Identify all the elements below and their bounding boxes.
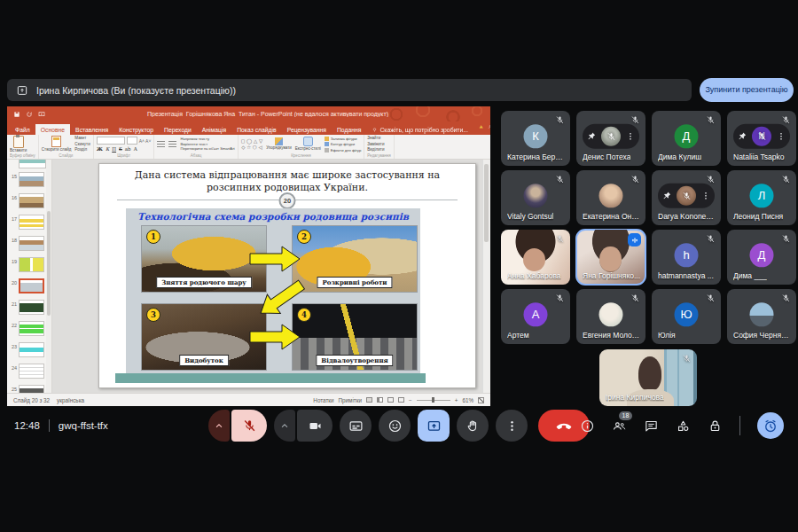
meeting-details-button[interactable] [580, 419, 595, 434]
participant-tile[interactable]: Vitaly Gontsul [501, 170, 570, 225]
ppt-tab-2[interactable]: Вставлення [70, 124, 113, 135]
slide-thumbnail[interactable] [19, 342, 44, 357]
find-button[interactable]: Знайти [367, 137, 384, 141]
ppt-tab-6[interactable]: Показ слайдів [231, 124, 282, 135]
more-options-button[interactable] [496, 410, 528, 442]
slide-thumbnail[interactable] [19, 172, 44, 187]
slide-canvas[interactable]: Дана система відпрацювання має широке за… [98, 163, 476, 388]
thumbnail-row[interactable]: 18 [7, 233, 51, 254]
participant-tile[interactable]: Darya Kononen... [652, 170, 721, 225]
present-button[interactable] [418, 410, 450, 442]
ppt-tab-7[interactable]: Рецензування [282, 124, 332, 135]
thumbnail-row[interactable]: 16 [7, 191, 51, 212]
font-format-buttons[interactable]: ЖКПSabA [97, 146, 137, 152]
quick-styles-button[interactable]: Експрес-стилі [295, 137, 321, 152]
save-icon[interactable] [13, 111, 20, 118]
ppt-tab-4[interactable]: Переходи [159, 124, 197, 135]
language-indicator[interactable]: українська [57, 397, 84, 403]
slide-thumbnail-partial[interactable] [19, 160, 46, 168]
slideshow-view-icon[interactable] [398, 397, 404, 403]
shape-effects-button[interactable]: Ефекти для фігур [325, 148, 361, 153]
shape-fill-button[interactable]: Заливка фігури [325, 137, 361, 141]
participant-tile[interactable]: ККатерина Бере... [501, 111, 570, 166]
slide-thumbnail[interactable] [19, 321, 44, 336]
ppt-tab-5[interactable]: Анімація [197, 124, 231, 135]
stop-presentation-button[interactable]: Зупинити презентацію [700, 78, 794, 102]
chat-button[interactable] [644, 419, 659, 434]
zoom-slider[interactable] [417, 400, 450, 401]
notes-button[interactable]: Нотатки [313, 397, 333, 403]
shapes-gallery[interactable]: ◻ ◯ △ ▽◇ ☆ ⬡ ◁ [241, 138, 262, 150]
participant-tile[interactable]: ЮЮлія [652, 289, 721, 344]
sorter-view-icon[interactable] [377, 397, 383, 403]
redo-icon[interactable] [26, 111, 33, 118]
reset-button[interactable]: Скинути [74, 143, 90, 147]
smartart-button[interactable]: Перетворити на об'єкт SmartArt [180, 147, 234, 151]
participant-tile[interactable]: Яна Горішняко... [576, 230, 645, 285]
slide-scrollbar[interactable] [482, 160, 490, 393]
new-slide-button[interactable]: Створити слайд [42, 136, 72, 153]
thumbnail-row[interactable]: 21 [7, 297, 51, 318]
normal-view-icon[interactable] [366, 397, 372, 403]
thumbnail-row[interactable]: 24 [7, 361, 51, 382]
thumbnail-row[interactable]: 22 [7, 318, 51, 340]
zoom-level[interactable]: 61% [462, 397, 473, 403]
ppt-tab-1[interactable]: Основне [35, 124, 70, 135]
participant-tile[interactable]: София Черняева [727, 289, 796, 344]
mic-button[interactable] [231, 410, 267, 442]
comments-button[interactable]: Примітки [339, 397, 362, 403]
pin-button[interactable] [586, 131, 597, 142]
ppt-tab-0[interactable]: Файл [10, 124, 35, 135]
zoom-in-button[interactable]: + [455, 397, 458, 403]
fit-to-window-icon[interactable] [478, 397, 484, 403]
thumbnail-row[interactable]: 25 [7, 382, 51, 393]
shape-outline-button[interactable]: Контур фігури [325, 142, 361, 146]
participant-tile[interactable]: ДДима Кулиш [652, 111, 721, 166]
quick-access-toolbar[interactable] [13, 111, 45, 118]
slide-thumbnail[interactable] [19, 278, 44, 293]
arrange-button[interactable]: Упорядкувати [266, 137, 292, 151]
timer-extension-button[interactable] [757, 412, 784, 439]
participant-tile[interactable]: Денис Потеха [576, 111, 645, 166]
share-button[interactable]: Спільний доступ [488, 121, 490, 133]
participant-tile[interactable]: Екатерина Они... [576, 170, 645, 225]
participant-tile[interactable]: ЛЛеонид Писня [727, 170, 796, 225]
slideshow-icon[interactable] [38, 111, 45, 118]
thumbnail-row[interactable]: 15 [7, 169, 51, 191]
thumbnail-scrollbar[interactable] [46, 160, 51, 393]
more-button[interactable] [625, 131, 636, 142]
thumbnail-row[interactable]: 20 [7, 276, 51, 297]
camera-button[interactable] [297, 410, 332, 442]
slide-thumbnail[interactable] [19, 257, 44, 272]
participant-tile[interactable]: ААртем [501, 289, 570, 344]
pin-button[interactable] [737, 131, 747, 142]
slide-thumbnail[interactable] [19, 385, 44, 393]
thumbnail-row[interactable]: 23 [7, 340, 51, 361]
ppt-tab-8[interactable]: Подання [332, 124, 366, 135]
thumbnail-row[interactable]: 19 [7, 254, 51, 276]
thumbnail-row[interactable]: 17 [7, 212, 51, 233]
participant-tile[interactable]: Евгения Молод... [576, 289, 645, 344]
camera-options-chevron[interactable] [274, 410, 295, 442]
paste-button[interactable]: Вставити [10, 136, 27, 153]
participant-tile[interactable]: ДДима ___ [727, 230, 796, 285]
participant-tile[interactable]: Анна Хабарова [501, 230, 570, 285]
slide-thumbnail[interactable] [19, 193, 44, 208]
host-controls-button[interactable] [708, 419, 723, 434]
slide-thumbnail-panel[interactable]: 1516171819202122232425 [7, 160, 52, 393]
mic-options-chevron[interactable] [208, 410, 230, 442]
bullet-list-icon[interactable] [157, 141, 165, 148]
pin-button[interactable] [661, 191, 672, 201]
reactions-button[interactable] [379, 410, 411, 442]
ppt-tab-3[interactable]: Конструктор [113, 124, 159, 135]
self-video-tile[interactable]: Ірина Кирпичова [599, 349, 697, 406]
more-button[interactable] [700, 191, 711, 201]
zoom-out-button[interactable]: − [409, 397, 412, 403]
font-name-box[interactable] [97, 137, 125, 145]
align-icon[interactable] [168, 141, 176, 148]
section-button[interactable]: Розділ [74, 148, 90, 153]
layout-button[interactable]: Макет [74, 137, 90, 141]
activities-button[interactable] [676, 419, 691, 434]
slide-thumbnail[interactable] [19, 300, 44, 315]
reading-view-icon[interactable] [387, 397, 394, 403]
